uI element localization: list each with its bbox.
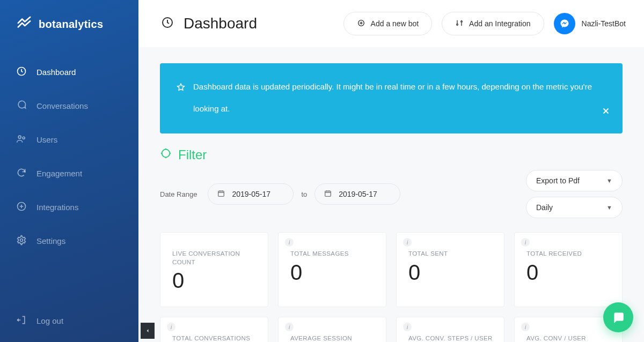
info-icon[interactable]: i <box>403 238 412 247</box>
stat-card-title: TOTAL MESSAGES <box>290 250 375 258</box>
stat-card-title: AVG. CONV / USER <box>526 334 611 342</box>
sidebar-item-settings[interactable]: Settings <box>0 224 138 258</box>
sidebar-item-label: Conversations <box>36 101 88 110</box>
add-integration-button[interactable]: Add an Integration <box>442 12 544 35</box>
svg-point-2 <box>23 137 25 139</box>
stat-card-total-received: i TOTAL RECEIVED 0 <box>514 232 623 307</box>
sliders-icon <box>455 19 464 29</box>
gear-icon <box>16 235 27 247</box>
info-icon[interactable]: i <box>521 238 530 247</box>
clock-icon <box>161 16 174 31</box>
sidebar: botanalytics Dashboard Conversations Use… <box>0 0 138 342</box>
star-icon <box>176 83 186 92</box>
date-range-label: Date Range <box>160 190 197 198</box>
info-icon[interactable]: i <box>167 323 175 331</box>
sidebar-item-label: Users <box>36 135 57 144</box>
refresh-icon <box>16 167 27 180</box>
sidebar-item-integrations[interactable]: Integrations <box>0 190 138 224</box>
stat-card-value: 0 <box>290 261 375 285</box>
chat-icon <box>16 100 27 112</box>
date-from-value: 2019-05-17 <box>232 190 270 198</box>
filter-heading: Filter <box>160 147 623 162</box>
sidebar-item-label: Integrations <box>36 203 78 212</box>
stat-card-total-messages: i TOTAL MESSAGES 0 <box>278 232 386 307</box>
info-banner-close[interactable] <box>601 102 611 124</box>
logout-icon <box>16 315 27 327</box>
info-banner-text: Dashboard data is updated periodically. … <box>193 76 606 120</box>
filter-row: Date Range 2019-05-17 to 2019-05-17 Expo… <box>160 170 623 218</box>
stat-card-title: TOTAL CONVERSATIONS <box>172 334 257 342</box>
intercom-icon <box>611 310 625 324</box>
info-icon[interactable]: i <box>521 323 530 331</box>
add-bot-button[interactable]: Add a new bot <box>343 12 433 35</box>
add-integration-label: Add an Integration <box>469 19 530 28</box>
stat-card-value: 0 <box>408 261 493 285</box>
stat-card-avg-conv-steps-per-user: i AVG. CONV. STEPS / USER <box>396 317 504 342</box>
filter-title: Filter <box>178 147 207 162</box>
stat-cards-row-2: i TOTAL CONVERSATIONS i AVERAGE SESSION … <box>160 317 623 342</box>
add-bot-label: Add a new bot <box>371 19 419 28</box>
stat-card-title: TOTAL SENT <box>408 250 493 258</box>
stat-card-value: 0 <box>172 269 257 293</box>
stat-cards-row-1: LIVE CONVERSATION COUNT 0 i TOTAL MESSAG… <box>160 232 623 307</box>
sidebar-item-label: Settings <box>36 236 65 246</box>
sidebar-item-users[interactable]: Users <box>0 123 138 157</box>
chat-fab[interactable] <box>603 302 633 332</box>
date-from-input[interactable]: 2019-05-17 <box>208 183 294 205</box>
stat-card-live-conversation-count: LIVE CONVERSATION COUNT 0 <box>160 232 268 307</box>
stat-card-title: AVG. CONV. STEPS / USER <box>408 334 493 342</box>
logout-label: Log out <box>36 316 63 325</box>
info-icon[interactable]: i <box>285 238 294 247</box>
sidebar-item-conversations[interactable]: Conversations <box>0 89 138 123</box>
info-icon[interactable]: i <box>285 323 294 331</box>
header: Dashboard Add a new bot Add an Integrati… <box>138 0 644 47</box>
stat-card-value: 0 <box>526 261 611 285</box>
clock-icon <box>16 66 27 78</box>
sidebar-item-dashboard[interactable]: Dashboard <box>0 55 138 89</box>
svg-rect-8 <box>218 191 224 196</box>
info-icon[interactable]: i <box>403 323 412 331</box>
calendar-icon <box>217 189 225 199</box>
sidebar-item-engagement[interactable]: Engagement <box>0 157 138 190</box>
svg-point-4 <box>20 239 23 242</box>
sidebar-nav: Dashboard Conversations Users Engagement… <box>0 50 138 304</box>
date-to-value: 2019-05-17 <box>339 190 377 198</box>
info-banner: Dashboard data is updated periodically. … <box>160 63 623 133</box>
export-select-label: Export to Pdf <box>536 176 580 185</box>
stat-card-average-session-length: i AVERAGE SESSION LENGTH <box>278 317 386 342</box>
stat-card-title: AVERAGE SESSION LENGTH <box>290 334 375 342</box>
sidebar-item-label: Engagement <box>36 169 82 178</box>
stat-card-total-sent: i TOTAL SENT 0 <box>396 232 504 307</box>
bot-name: Nazli-TestBot <box>582 19 626 28</box>
chevron-down-icon: ▼ <box>606 177 612 184</box>
page-title: Dashboard <box>184 15 257 32</box>
brand: botanalytics <box>0 0 138 50</box>
svg-rect-9 <box>325 191 331 196</box>
svg-point-7 <box>162 150 170 158</box>
brand-logo-icon <box>16 15 32 34</box>
main: Dashboard data is updated periodically. … <box>138 47 644 342</box>
stat-card-title: LIVE CONVERSATION COUNT <box>172 250 257 266</box>
messenger-icon <box>554 13 575 34</box>
chevron-down-icon: ▼ <box>606 204 612 211</box>
users-icon <box>16 133 27 146</box>
stat-card-title: TOTAL RECEIVED <box>526 250 611 258</box>
plus-circle-icon <box>16 201 27 213</box>
stat-card-total-conversations: i TOTAL CONVERSATIONS <box>160 317 268 342</box>
sidebar-item-label: Dashboard <box>36 68 76 77</box>
target-icon <box>160 147 172 162</box>
bot-selector[interactable]: Nazli-TestBot <box>554 13 626 34</box>
svg-point-1 <box>18 136 21 138</box>
granularity-select[interactable]: Daily ▼ <box>526 197 623 218</box>
date-to-input[interactable]: 2019-05-17 <box>314 183 400 205</box>
calendar-icon <box>324 189 332 199</box>
plus-circle-icon <box>357 19 365 29</box>
brand-name: botanalytics <box>39 18 103 31</box>
sidebar-logout[interactable]: Log out <box>0 304 138 342</box>
export-select[interactable]: Export to Pdf ▼ <box>526 170 623 191</box>
granularity-select-label: Daily <box>536 203 553 212</box>
date-to-label: to <box>301 190 307 198</box>
